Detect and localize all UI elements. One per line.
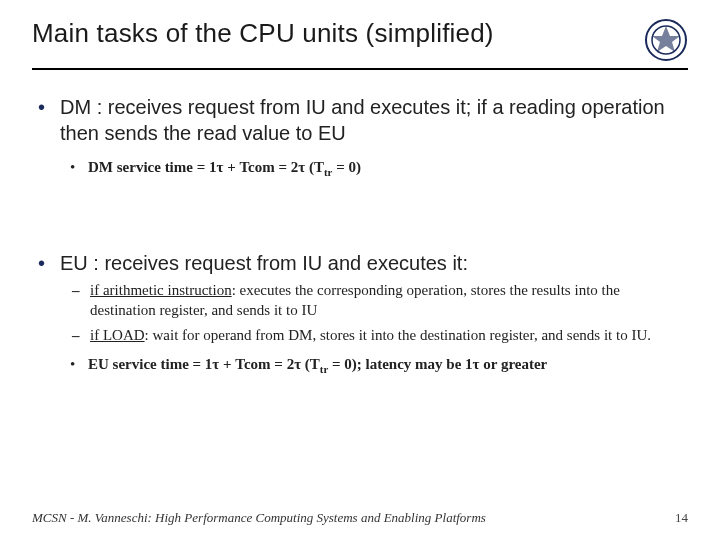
bullet-dm: DM : receives request from IU and execut… [32, 94, 688, 180]
dm-svc-p1: DM service time = 1 [88, 159, 217, 175]
dm-svc-p2: + Tcom = 2 [223, 159, 298, 175]
eu-svc-p3: (T [301, 356, 320, 372]
bullet-eu-text: EU : receives request from IU and execut… [60, 252, 468, 274]
bullet-eu: EU : receives request from IU and execut… [32, 250, 688, 345]
eu-svc-p5: or greater [480, 356, 548, 372]
eu-load-rest: : wait for operand from DM, stores it in… [145, 327, 651, 343]
eu-svc-p4: = 0); latency may be 1 [328, 356, 472, 372]
eu-svc-p2: + Tcom = 2 [219, 356, 294, 372]
bullet-dm-text: DM : receives request from IU and execut… [60, 96, 665, 144]
dm-svc-p4: = 0) [332, 159, 361, 175]
page-number: 14 [675, 510, 688, 526]
bullet-dm-service: DM service time = 1τ + Tcom = 2τ (Ttr = … [60, 156, 688, 180]
eu-arith-label: if arithmetic instruction [90, 282, 232, 298]
page-title: Main tasks of the CPU units (simplified) [32, 18, 494, 49]
bullet-eu-service: EU service time = 1τ + Tcom = 2τ (Ttr = … [60, 353, 688, 377]
bullet-eu-arith: if arithmetic instruction: executes the … [60, 280, 688, 321]
bullet-eu-load: if LOAD: wait for operand from DM, store… [60, 325, 688, 345]
eu-svc-p1: EU service time = 1 [88, 356, 212, 372]
eu-svc-sub: tr [320, 363, 328, 375]
institution-logo-icon [644, 18, 688, 62]
tau: τ [473, 356, 480, 372]
dm-svc-p3: (T [305, 159, 324, 175]
eu-load-label: if LOAD [90, 327, 145, 343]
footer-text: MCSN - M. Vanneschi: High Performance Co… [32, 510, 486, 526]
